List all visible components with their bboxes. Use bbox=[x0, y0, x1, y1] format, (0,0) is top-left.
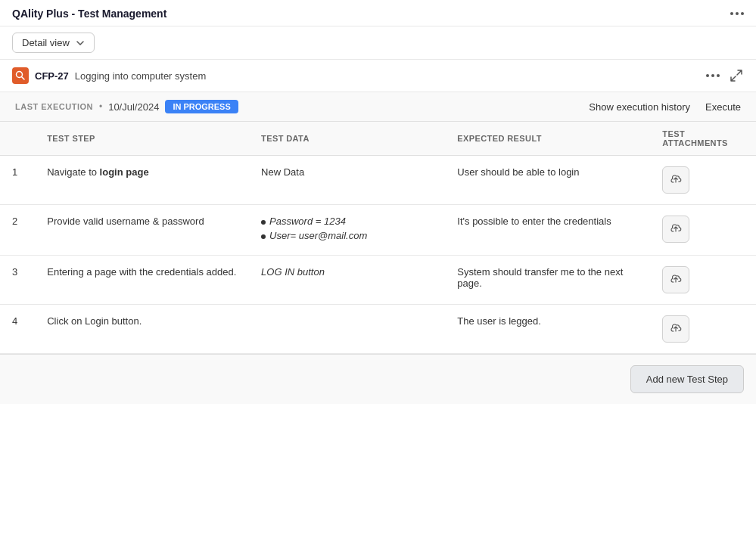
test-attachments-cell bbox=[650, 256, 756, 305]
list-item: Password = 1234 bbox=[261, 216, 433, 227]
test-attachments-cell bbox=[650, 205, 756, 256]
expected-result-cell: User should be able to login bbox=[445, 156, 650, 205]
table-row: 4 Click on Login button. The user is leg… bbox=[0, 305, 756, 354]
upload-icon bbox=[669, 322, 683, 336]
italic-data: LOG IN button bbox=[261, 266, 325, 278]
upload-button[interactable] bbox=[662, 166, 689, 194]
test-step-cell: Entering a page with the credentials add… bbox=[35, 256, 249, 305]
execution-bar: LAST EXECUTION • 10/Jul/2024 IN PROGRESS… bbox=[0, 92, 756, 122]
bullet-text: User= user@mail.com bbox=[269, 230, 367, 241]
bullet-list: Password = 1234 User= user@mail.com bbox=[261, 216, 433, 241]
bullet-dot bbox=[261, 234, 266, 239]
show-history-button[interactable]: Show execution history bbox=[589, 101, 690, 113]
expected-result-cell: It's possible to enter the credentials bbox=[445, 205, 650, 256]
col-step-header: TEST STEP bbox=[35, 122, 249, 156]
footer: Add new Test Step bbox=[0, 354, 756, 404]
issue-title: Logging into computer system bbox=[75, 70, 206, 82]
upload-icon bbox=[669, 222, 683, 236]
issue-bar: CFP-27 Logging into computer system bbox=[0, 60, 756, 92]
upload-button[interactable] bbox=[662, 266, 689, 293]
toolbar: Detail view bbox=[0, 26, 756, 60]
col-data-header: TEST DATA bbox=[249, 122, 445, 156]
upload-icon bbox=[669, 273, 683, 287]
expected-result-cell: System should transfer me to the next pa… bbox=[445, 256, 650, 305]
row-number: 2 bbox=[0, 205, 35, 256]
expand-icon[interactable] bbox=[729, 68, 744, 83]
issue-actions bbox=[706, 68, 744, 83]
test-table: TEST STEP TEST DATA EXPECTED RESULT TEST… bbox=[0, 122, 756, 354]
test-data-cell bbox=[249, 305, 445, 354]
execute-button[interactable]: Execute bbox=[705, 101, 741, 113]
app-header: QAlity Plus - Test Management bbox=[0, 0, 756, 26]
bullet-dot bbox=[261, 220, 266, 225]
expected-result-cell: The user is legged. bbox=[445, 305, 650, 354]
upload-button[interactable] bbox=[662, 216, 689, 243]
issue-id: CFP-27 bbox=[35, 70, 69, 82]
test-data-cell: Password = 1234 User= user@mail.com bbox=[249, 205, 445, 256]
table-row: 1 Navigate to login page New Data User s… bbox=[0, 156, 756, 205]
add-test-step-button[interactable]: Add new Test Step bbox=[630, 365, 744, 393]
table-row: 2 Provide valid username & password Pass… bbox=[0, 205, 756, 256]
last-execution-label: LAST EXECUTION bbox=[15, 102, 93, 111]
execution-separator: • bbox=[99, 101, 102, 112]
issue-left: CFP-27 Logging into computer system bbox=[12, 67, 206, 84]
test-step-cell: Provide valid username & password bbox=[35, 205, 249, 256]
row-number: 1 bbox=[0, 156, 35, 205]
issue-type-icon bbox=[12, 67, 29, 84]
bullet-text: Password = 1234 bbox=[269, 216, 346, 227]
col-result-header: EXPECTED RESULT bbox=[445, 122, 650, 156]
chevron-down-icon bbox=[76, 39, 85, 48]
svg-line-1 bbox=[22, 77, 25, 80]
execution-date: 10/Jul/2024 bbox=[108, 101, 159, 113]
step-bold-text: login page bbox=[100, 166, 149, 178]
execution-right: Show execution history Execute bbox=[589, 101, 741, 113]
row-number: 3 bbox=[0, 256, 35, 305]
app-title: QAlity Plus - Test Management bbox=[12, 8, 166, 20]
list-item: User= user@mail.com bbox=[261, 230, 433, 241]
table-body: 1 Navigate to login page New Data User s… bbox=[0, 156, 756, 354]
upload-button[interactable] bbox=[662, 315, 689, 343]
row-number: 4 bbox=[0, 305, 35, 354]
issue-menu-button[interactable] bbox=[706, 74, 720, 77]
upload-icon bbox=[669, 173, 683, 187]
status-badge: IN PROGRESS bbox=[165, 100, 238, 113]
test-data-cell: LOG IN button bbox=[249, 256, 445, 305]
col-attach-header: TEST ATTACHMENTS bbox=[650, 122, 756, 156]
test-data-cell: New Data bbox=[249, 156, 445, 205]
header-menu-button[interactable] bbox=[730, 12, 744, 15]
table-row: 3 Entering a page with the credentials a… bbox=[0, 256, 756, 305]
execution-left: LAST EXECUTION • 10/Jul/2024 IN PROGRESS bbox=[15, 100, 238, 113]
col-num-header bbox=[0, 122, 35, 156]
search-icon bbox=[15, 70, 26, 81]
table-header: TEST STEP TEST DATA EXPECTED RESULT TEST… bbox=[0, 122, 756, 156]
test-attachments-cell bbox=[650, 156, 756, 205]
test-attachments-cell bbox=[650, 305, 756, 354]
test-step-cell: Click on Login button. bbox=[35, 305, 249, 354]
test-step-cell: Navigate to login page bbox=[35, 156, 249, 205]
view-label: Detail view bbox=[22, 37, 70, 48]
view-selector[interactable]: Detail view bbox=[12, 33, 95, 53]
